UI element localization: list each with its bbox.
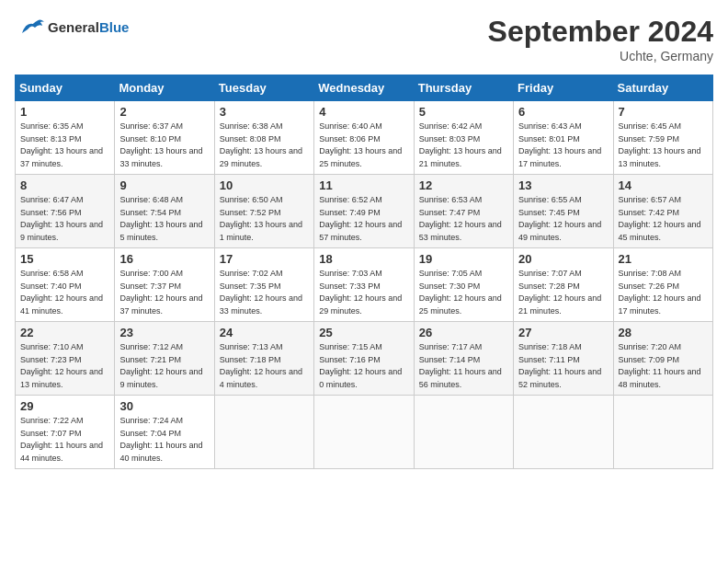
calendar-cell: 12Sunrise: 6:53 AMSunset: 7:47 PMDayligh…	[414, 175, 513, 248]
day-info: Sunrise: 7:24 AMSunset: 7:04 PMDaylight:…	[119, 415, 209, 465]
day-info: Sunrise: 7:10 AMSunset: 7:23 PMDaylight:…	[20, 341, 109, 391]
calendar-week-row: 8Sunrise: 6:47 AMSunset: 7:56 PMDaylight…	[16, 175, 713, 248]
day-number: 23	[119, 326, 209, 339]
day-info: Sunrise: 6:42 AMSunset: 8:03 PMDaylight:…	[419, 121, 508, 170]
day-info: Sunrise: 6:35 AMSunset: 8:13 PMDaylight:…	[20, 121, 109, 170]
calendar-cell: 25Sunrise: 7:15 AMSunset: 7:16 PMDayligh…	[314, 322, 414, 396]
day-info: Sunrise: 6:50 AMSunset: 7:52 PMDaylight:…	[220, 194, 309, 244]
location: Uchte, Germany	[488, 49, 713, 63]
calendar-week-row: 1Sunrise: 6:35 AMSunset: 8:13 PMDaylight…	[16, 101, 713, 175]
calendar-cell: 5Sunrise: 6:42 AMSunset: 8:03 PMDaylight…	[414, 101, 513, 175]
weekday-header-row: SundayMondayTuesdayWednesdayThursdayFrid…	[16, 75, 713, 101]
weekday-header: Tuesday	[214, 75, 313, 101]
calendar-cell: 7Sunrise: 6:45 AMSunset: 7:59 PMDaylight…	[613, 101, 712, 175]
day-number: 8	[20, 178, 109, 192]
day-info: Sunrise: 7:12 AMSunset: 7:21 PMDaylight:…	[119, 341, 209, 391]
calendar-cell: 21Sunrise: 7:08 AMSunset: 7:26 PMDayligh…	[613, 248, 712, 322]
calendar-cell: 3Sunrise: 6:38 AMSunset: 8:08 PMDaylight…	[214, 101, 313, 175]
day-info: Sunrise: 7:00 AMSunset: 7:37 PMDaylight:…	[119, 268, 209, 317]
title-block: September 2024 Uchte, Germany	[488, 15, 713, 63]
weekday-header: Saturday	[613, 75, 712, 101]
calendar-cell: 14Sunrise: 6:57 AMSunset: 7:42 PMDayligh…	[613, 175, 712, 248]
calendar-cell: 2Sunrise: 6:37 AMSunset: 8:10 PMDaylight…	[115, 101, 214, 175]
day-number: 10	[220, 178, 309, 192]
calendar-cell: 17Sunrise: 7:02 AMSunset: 7:35 PMDayligh…	[214, 248, 313, 322]
calendar-cell: 26Sunrise: 7:17 AMSunset: 7:14 PMDayligh…	[414, 322, 513, 396]
day-number: 4	[319, 105, 408, 119]
calendar-cell: 16Sunrise: 7:00 AMSunset: 7:37 PMDayligh…	[115, 248, 214, 322]
day-number: 12	[419, 178, 508, 192]
calendar-cell: 1Sunrise: 6:35 AMSunset: 8:13 PMDaylight…	[16, 101, 115, 175]
day-info: Sunrise: 6:40 AMSunset: 8:06 PMDaylight:…	[319, 121, 408, 170]
calendar-cell: 10Sunrise: 6:50 AMSunset: 7:52 PMDayligh…	[214, 175, 313, 248]
day-info: Sunrise: 7:05 AMSunset: 7:30 PMDaylight:…	[419, 268, 508, 317]
calendar-cell	[613, 396, 712, 469]
logo-bird-icon	[15, 15, 44, 40]
day-number: 1	[20, 105, 109, 119]
weekday-header: Thursday	[414, 75, 513, 101]
calendar-cell	[514, 396, 613, 469]
day-info: Sunrise: 7:15 AMSunset: 7:16 PMDaylight:…	[319, 341, 408, 391]
day-info: Sunrise: 7:08 AMSunset: 7:26 PMDaylight:…	[619, 268, 708, 317]
calendar-week-row: 29Sunrise: 7:22 AMSunset: 7:07 PMDayligh…	[16, 396, 713, 469]
day-number: 21	[619, 252, 708, 266]
calendar-cell: 30Sunrise: 7:24 AMSunset: 7:04 PMDayligh…	[115, 396, 214, 469]
calendar-cell: 20Sunrise: 7:07 AMSunset: 7:28 PMDayligh…	[514, 248, 613, 322]
calendar-cell	[414, 396, 513, 469]
day-number: 3	[220, 105, 309, 119]
day-info: Sunrise: 7:13 AMSunset: 7:18 PMDaylight:…	[220, 341, 309, 391]
day-info: Sunrise: 7:22 AMSunset: 7:07 PMDaylight:…	[20, 415, 109, 465]
weekday-header: Monday	[115, 75, 214, 101]
calendar-week-row: 22Sunrise: 7:10 AMSunset: 7:23 PMDayligh…	[16, 322, 713, 396]
calendar-cell: 29Sunrise: 7:22 AMSunset: 7:07 PMDayligh…	[16, 396, 115, 469]
day-info: Sunrise: 6:53 AMSunset: 7:47 PMDaylight:…	[419, 194, 508, 244]
day-info: Sunrise: 6:47 AMSunset: 7:56 PMDaylight:…	[20, 194, 109, 244]
calendar-cell: 15Sunrise: 6:58 AMSunset: 7:40 PMDayligh…	[16, 248, 115, 322]
calendar-cell: 24Sunrise: 7:13 AMSunset: 7:18 PMDayligh…	[214, 322, 313, 396]
day-number: 11	[319, 178, 408, 192]
calendar-cell: 9Sunrise: 6:48 AMSunset: 7:54 PMDaylight…	[115, 175, 214, 248]
day-number: 19	[419, 252, 508, 266]
day-number: 17	[220, 252, 309, 266]
day-info: Sunrise: 7:07 AMSunset: 7:28 PMDaylight:…	[518, 268, 608, 317]
day-number: 16	[119, 252, 209, 266]
day-info: Sunrise: 6:37 AMSunset: 8:10 PMDaylight:…	[119, 121, 209, 170]
day-number: 30	[119, 399, 209, 413]
day-info: Sunrise: 7:18 AMSunset: 7:11 PMDaylight:…	[518, 341, 608, 391]
day-number: 14	[619, 178, 708, 192]
day-info: Sunrise: 6:43 AMSunset: 8:01 PMDaylight:…	[518, 121, 608, 170]
day-number: 27	[518, 326, 608, 339]
day-number: 15	[20, 252, 109, 266]
calendar-week-row: 15Sunrise: 6:58 AMSunset: 7:40 PMDayligh…	[16, 248, 713, 322]
calendar-cell: 23Sunrise: 7:12 AMSunset: 7:21 PMDayligh…	[115, 322, 214, 396]
calendar-cell: 4Sunrise: 6:40 AMSunset: 8:06 PMDaylight…	[314, 101, 414, 175]
day-info: Sunrise: 6:58 AMSunset: 7:40 PMDaylight:…	[20, 268, 109, 317]
day-info: Sunrise: 6:48 AMSunset: 7:54 PMDaylight:…	[119, 194, 209, 244]
weekday-header: Sunday	[16, 75, 115, 101]
calendar-cell: 13Sunrise: 6:55 AMSunset: 7:45 PMDayligh…	[514, 175, 613, 248]
day-number: 5	[419, 105, 508, 119]
calendar-cell	[214, 396, 313, 469]
calendar-cell: 27Sunrise: 7:18 AMSunset: 7:11 PMDayligh…	[514, 322, 613, 396]
day-number: 22	[20, 326, 109, 339]
calendar-table: SundayMondayTuesdayWednesdayThursdayFrid…	[15, 75, 713, 469]
day-number: 29	[20, 399, 109, 413]
day-number: 9	[119, 178, 209, 192]
calendar-cell: 8Sunrise: 6:47 AMSunset: 7:56 PMDaylight…	[16, 175, 115, 248]
day-info: Sunrise: 6:52 AMSunset: 7:49 PMDaylight:…	[319, 194, 408, 244]
day-info: Sunrise: 6:57 AMSunset: 7:42 PMDaylight:…	[619, 194, 708, 244]
day-number: 26	[419, 326, 508, 339]
day-info: Sunrise: 6:38 AMSunset: 8:08 PMDaylight:…	[220, 121, 309, 170]
day-number: 20	[518, 252, 608, 266]
day-number: 24	[220, 326, 309, 339]
calendar-cell: 22Sunrise: 7:10 AMSunset: 7:23 PMDayligh…	[16, 322, 115, 396]
day-number: 7	[619, 105, 708, 119]
logo: GeneralBlue	[15, 15, 129, 40]
day-info: Sunrise: 7:03 AMSunset: 7:33 PMDaylight:…	[319, 268, 408, 317]
day-info: Sunrise: 7:02 AMSunset: 7:35 PMDaylight:…	[220, 268, 309, 317]
day-number: 6	[518, 105, 608, 119]
day-number: 25	[319, 326, 408, 339]
day-info: Sunrise: 7:17 AMSunset: 7:14 PMDaylight:…	[419, 341, 508, 391]
day-number: 28	[619, 326, 708, 339]
day-number: 13	[518, 178, 608, 192]
